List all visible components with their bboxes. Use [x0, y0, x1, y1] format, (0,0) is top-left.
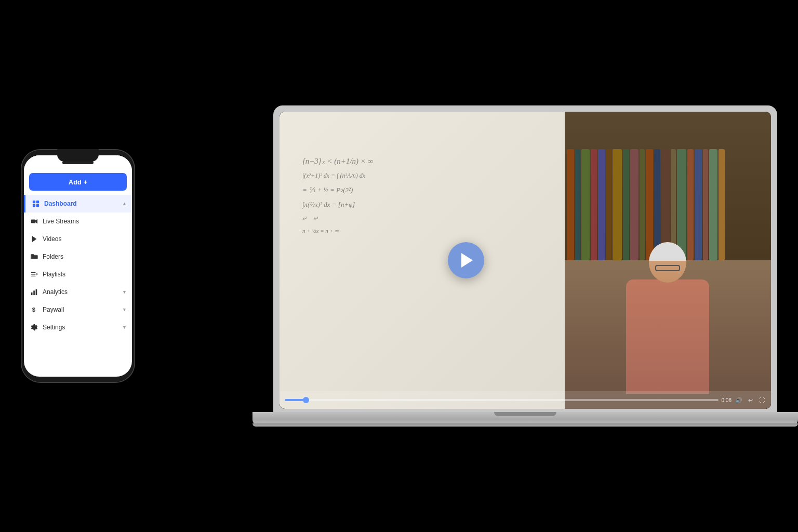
svg-marker-6 [32, 236, 37, 242]
play-button[interactable] [448, 242, 484, 278]
teacher-glasses [655, 265, 680, 271]
svg-rect-7 [31, 272, 36, 273]
add-button[interactable]: Add + [29, 173, 127, 191]
phone-notch [57, 149, 99, 162]
list-icon [30, 270, 38, 278]
teacher-figure [626, 242, 709, 394]
teacher-head [649, 242, 686, 283]
nav-item-analytics[interactable]: Analytics ▼ [24, 283, 132, 301]
svg-rect-8 [31, 274, 36, 274]
nav-label-folders: Folders [43, 253, 63, 260]
svg-text:$: $ [32, 307, 36, 313]
laptop-bottom-edge [252, 423, 798, 427]
nav-item-videos[interactable]: Videos [24, 230, 132, 248]
bar-chart-icon [30, 288, 38, 296]
teacher-body [626, 280, 709, 394]
chevron-up-icon: ▲ [122, 201, 127, 206]
nav-item-dashboard[interactable]: Dashboard ▲ [24, 195, 132, 212]
chevron-down-icon: ▼ [122, 325, 127, 330]
svg-rect-4 [31, 220, 35, 223]
svg-rect-11 [31, 292, 33, 295]
grid-icon [32, 200, 40, 208]
bookshelf [565, 112, 771, 260]
phone-device: Add + Dashboard ▲ Live Streams [21, 149, 135, 383]
svg-rect-2 [33, 204, 35, 207]
nav-item-folders[interactable]: Folders [24, 248, 132, 265]
progress-bar-fill [285, 399, 307, 401]
nav-item-live-streams[interactable]: Live Streams [24, 212, 132, 230]
teacher-area [565, 112, 771, 409]
svg-marker-5 [35, 219, 37, 224]
laptop-device: [n+3]ₓ < (n+1/n) × ∞ ∫(x²+1)² dx = ∫ (n²… [252, 105, 798, 427]
laptop-base [252, 412, 798, 427]
laptop-video-player: [n+3]ₓ < (n+1/n) × ∞ ∫(x²+1)² dx = ∫ (n²… [280, 112, 771, 409]
gear-icon [30, 323, 38, 331]
svg-rect-1 [36, 201, 39, 203]
camera-icon [30, 217, 38, 225]
svg-rect-12 [33, 290, 35, 295]
volume-icon[interactable]: 🔊 [735, 396, 743, 404]
phone-navigation: Dashboard ▲ Live Streams Videos [24, 195, 132, 377]
chevron-down-icon: ▼ [122, 307, 127, 312]
nav-label-videos: Videos [43, 235, 61, 243]
nav-label-dashboard: Dashboard [44, 200, 77, 207]
folder-icon [30, 252, 38, 261]
rewind-icon[interactable]: ↩ [746, 396, 754, 404]
nav-label-paywall: Paywall [43, 306, 64, 313]
svg-rect-3 [36, 204, 39, 207]
nav-label-playlists: Playlists [43, 271, 65, 278]
nav-label-settings: Settings [43, 324, 65, 331]
whiteboard-area: [n+3]ₓ < (n+1/n) × ∞ ∫(x²+1)² dx = ∫ (n²… [280, 112, 565, 409]
fullscreen-icon[interactable]: ⛶ [757, 396, 766, 404]
svg-rect-0 [33, 201, 35, 203]
nav-item-paywall[interactable]: $ Paywall ▼ [24, 301, 132, 318]
laptop-screen-bezel: [n+3]ₓ < (n+1/n) × ∞ ∫(x²+1)² dx = ∫ (n²… [280, 112, 771, 409]
laptop-lid: [n+3]ₓ < (n+1/n) × ∞ ∫(x²+1)² dx = ∫ (n²… [273, 105, 777, 412]
svg-marker-10 [36, 273, 38, 275]
progress-bar-track[interactable] [285, 399, 719, 401]
svg-rect-9 [31, 276, 36, 276]
play-icon [30, 235, 38, 243]
whiteboard-formulas: [n+3]ₓ < (n+1/n) × ∞ ∫(x²+1)² dx = ∫ (n²… [302, 156, 542, 379]
phone-screen: Add + Dashboard ▲ Live Streams [24, 155, 132, 377]
nav-item-playlists[interactable]: Playlists [24, 265, 132, 283]
nav-label-live-streams: Live Streams [43, 218, 79, 225]
teacher-hair [649, 242, 686, 261]
laptop-hinge [494, 412, 556, 416]
nav-label-analytics: Analytics [43, 288, 68, 296]
video-controls-bar: 0:08 🔊 ↩ ⛶ [280, 391, 771, 409]
chevron-down-icon: ▼ [122, 289, 127, 295]
video-scene: [n+3]ₓ < (n+1/n) × ∞ ∫(x²+1)² dx = ∫ (n²… [280, 112, 771, 409]
dollar-icon: $ [30, 305, 38, 314]
nav-item-settings[interactable]: Settings ▼ [24, 318, 132, 336]
video-time: 0:08 [722, 397, 732, 403]
progress-indicator [303, 397, 309, 403]
svg-rect-13 [36, 289, 37, 295]
